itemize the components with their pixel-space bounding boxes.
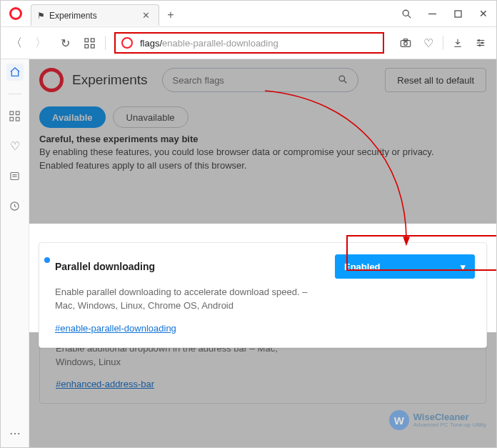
sidebar-more-icon[interactable]: ⋯	[9, 427, 21, 440]
flag-anchor-link[interactable]: #enable-parallel-downloading	[55, 323, 176, 334]
downloads-icon[interactable]	[448, 33, 468, 53]
address-prefix: flags/	[140, 38, 162, 49]
toolbar-separator	[443, 36, 443, 50]
chevron-down-icon: ▾	[461, 262, 466, 272]
toolbar-separator	[105, 36, 106, 50]
easy-setup-icon[interactable]	[471, 33, 491, 53]
svg-rect-8	[401, 41, 410, 47]
flag-description: Enable parallel downloading to accelerat…	[55, 286, 312, 313]
titlebar: ⚑ Experiments ✕ + ✕	[1, 1, 496, 26]
snapshot-icon[interactable]	[396, 33, 416, 53]
close-tab-icon[interactable]: ✕	[139, 10, 153, 21]
address-path: enable-parallel-downloading	[162, 38, 278, 49]
new-tab-button[interactable]: +	[162, 9, 179, 21]
opera-o-icon	[9, 7, 22, 20]
address-bar[interactable]: flags/enable-parallel-downloading	[114, 32, 384, 54]
flag-icon: ⚑	[37, 11, 45, 21]
svg-point-9	[404, 42, 408, 46]
browser-tab[interactable]: ⚑ Experiments ✕	[31, 4, 159, 26]
window-controls: ✕	[393, 1, 496, 26]
sidebar-home-icon[interactable]	[6, 64, 24, 81]
maximize-icon[interactable]	[445, 1, 471, 26]
svg-rect-19	[10, 117, 14, 121]
toolbar: 〈 〉 ↻ flags/enable-parallel-downloading …	[1, 26, 496, 59]
address-text: flags/enable-parallel-downloading	[140, 38, 278, 49]
svg-point-15	[481, 42, 483, 44]
watermark-badge-icon: W	[389, 410, 409, 430]
tab-title: Experiments	[49, 11, 139, 21]
svg-line-1	[408, 15, 411, 18]
flag-state-dropdown[interactable]: Enabled ▾	[335, 254, 475, 279]
watermark-sub: Advanced PC Tune-up Utility	[413, 422, 486, 428]
flag-card-highlighted: Parallel downloading Enabled ▾ Enable pa…	[39, 242, 487, 348]
sidebar-news-icon[interactable]	[6, 167, 24, 184]
back-button[interactable]: 〈	[6, 33, 26, 53]
svg-point-16	[479, 45, 481, 46]
dim-overlay	[29, 59, 496, 224]
sidebar-separator	[9, 94, 21, 94]
dropdown-value: Enabled	[344, 262, 381, 272]
svg-rect-17	[10, 111, 14, 114]
opera-o-icon	[121, 37, 133, 49]
content-area: Experiments Reset all to default Availab…	[29, 59, 496, 447]
svg-rect-6	[84, 44, 88, 48]
svg-rect-3	[455, 11, 461, 17]
svg-rect-18	[16, 111, 19, 114]
sidebar-speed-dial-icon[interactable]	[6, 107, 24, 124]
window-search-icon[interactable]	[393, 1, 419, 26]
watermark: W WiseCleaner Advanced PC Tune-up Utilit…	[389, 410, 486, 430]
forward-button[interactable]: 〉	[31, 33, 51, 53]
close-window-icon[interactable]: ✕	[471, 1, 496, 26]
sidebar-history-icon[interactable]	[6, 197, 24, 214]
svg-rect-21	[11, 172, 19, 179]
sidebar: ♡ ⋯	[1, 59, 29, 447]
minimize-icon[interactable]	[419, 1, 445, 26]
watermark-name: WiseCleaner	[413, 412, 486, 422]
svg-point-0	[403, 10, 408, 16]
speed-dial-icon[interactable]	[79, 33, 99, 53]
svg-rect-5	[91, 38, 94, 41]
svg-point-14	[478, 40, 480, 41]
heart-icon[interactable]: ♡	[418, 33, 438, 53]
svg-rect-7	[91, 44, 94, 48]
active-dot-icon	[44, 257, 50, 263]
svg-rect-4	[84, 38, 88, 41]
svg-rect-20	[16, 117, 19, 121]
svg-rect-10	[403, 39, 407, 41]
sidebar-heart-icon[interactable]: ♡	[6, 137, 24, 154]
opera-logo[interactable]	[5, 3, 26, 24]
flag-title: Parallel downloading	[55, 261, 155, 272]
reload-button[interactable]: ↻	[55, 33, 75, 53]
